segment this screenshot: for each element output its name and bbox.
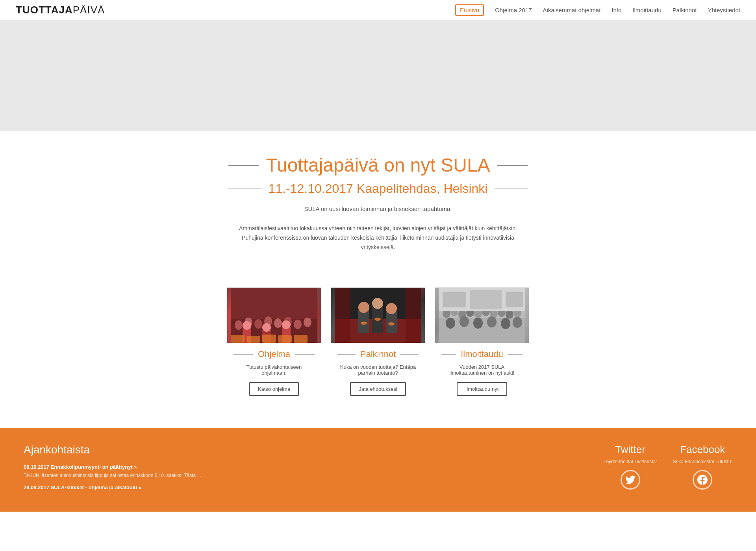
footer-news-item-1: 09.10.2017 Ennakkolipunmyynti on päättyn… [24, 464, 580, 479]
card-ilmoittaudu-title: Ilmoittaudu [461, 349, 503, 359]
nav-etusivu[interactable]: Etusivu [455, 4, 484, 16]
subtitle-line-right [495, 189, 528, 189]
svg-point-15 [282, 320, 291, 329]
footer-facebook: Facebook Seka Facebookista! Tutustu: [673, 444, 732, 496]
card-ilmoittaudu-image [435, 288, 529, 343]
card-palkinnot-button[interactable]: Jata ehdotuksesi [350, 382, 406, 396]
svg-point-9 [304, 318, 311, 327]
svg-rect-23 [335, 288, 350, 343]
card-ilmoittaudu: Ilmoittaudu Vuoden 2017 SULA ilmoittautu… [435, 287, 529, 404]
logo[interactable]: TUOTTAJAPÄIVÄ [16, 4, 105, 16]
card-palkinnot-title-block: Palkinnot [331, 349, 425, 359]
card-ohjelma-image [227, 288, 321, 343]
main-content: Tuottajapäivä on nyt SULA 11.-12.10.2017… [220, 131, 536, 287]
svg-point-33 [388, 322, 395, 325]
card-palkinnot-desc: Kuka on vuoden tuottaja? Entäpä parhain … [331, 364, 425, 376]
card-line-left [233, 354, 253, 355]
svg-rect-19 [278, 335, 292, 343]
main-title-block: Tuottajapäivä on nyt SULA [228, 154, 528, 176]
footer-twitter: Twitter Löydät meidät Twitteristä: [604, 444, 657, 496]
logo-bold: TUOTTAJA [16, 4, 73, 16]
card-line-left [441, 354, 456, 355]
facebook-desc: Seka Facebookista! Tutustu: [673, 459, 732, 464]
svg-rect-17 [246, 336, 260, 343]
main-title: Tuottajapäivä on nyt SULA [266, 154, 490, 176]
facebook-title: Facebook [673, 444, 732, 456]
subtitle-block: 11.-12.10.2017 Kaapelitehdas, Helsinki [228, 181, 528, 196]
footer-news-item-2: 29.09.2017 SULA-klinikat - ohjelma ja ai… [24, 484, 580, 490]
twitter-icon[interactable] [621, 470, 640, 490]
nav-ilmoittaudu[interactable]: Ilmoittaudu [632, 7, 661, 13]
card-ohjelma-title-block: Ohjelma [227, 349, 321, 359]
svg-point-31 [361, 322, 367, 325]
svg-point-6 [274, 318, 282, 328]
svg-point-48 [460, 316, 469, 327]
card-palkinnot-image [331, 288, 425, 343]
svg-point-11 [243, 321, 251, 330]
svg-rect-56 [506, 292, 523, 307]
nav-aikaisemmat[interactable]: Aikaisemmat ohjelmat [543, 7, 601, 13]
footer-news-link-1[interactable]: 09.10.2017 Ennakkolipunmyynti on päättyn… [24, 464, 580, 470]
site-header: TUOTTAJAPÄIVÄ Etusivu Ohjelma 2017 Aikai… [0, 0, 756, 20]
facebook-icon[interactable] [693, 470, 712, 490]
card-palkinnot: Palkinnot Kuka on vuoden tuottaja? Entäp… [331, 287, 425, 404]
svg-point-49 [473, 318, 483, 329]
description: Ammattilaisfestivaali tuo lokakuussa yht… [228, 224, 528, 252]
svg-point-28 [372, 298, 383, 309]
hero-banner [0, 20, 756, 131]
card-ohjelma: Ohjelma Tutustu päiväkohtaiseen ohjelmaa… [227, 287, 321, 404]
card-ilmoittaudu-title-block: Ilmoittaudu [435, 349, 529, 359]
site-footer: Ajankohtaista 09.10.2017 Ennakkolipunmyy… [0, 428, 756, 512]
title-line-left [228, 165, 259, 166]
svg-point-47 [446, 318, 455, 329]
svg-point-50 [487, 316, 497, 327]
card-line-right [508, 354, 523, 355]
twitter-title: Twitter [604, 444, 657, 456]
svg-rect-55 [470, 290, 502, 309]
nav-ohjelma[interactable]: Ohjelma 2017 [495, 7, 532, 13]
svg-rect-18 [262, 335, 276, 343]
svg-point-51 [501, 318, 510, 329]
tagline: SULA on uusi luovan toiminnan ja bisneks… [228, 205, 528, 212]
svg-rect-24 [406, 288, 421, 343]
svg-point-32 [374, 318, 381, 321]
footer-social-section: Twitter Löydät meidät Twitteristä: Faceb… [604, 444, 732, 496]
title-line-right [497, 165, 528, 166]
footer-news-section: Ajankohtaista 09.10.2017 Ennakkolipunmyy… [24, 444, 580, 496]
logo-thin: PÄIVÄ [73, 4, 105, 16]
main-nav: Etusivu Ohjelma 2017 Aikaisemmat ohjelma… [455, 4, 740, 16]
card-ilmoittaudu-desc: Vuoden 2017 SULA ilmoittautuminen on nyt… [435, 364, 529, 376]
card-palkinnot-title: Palkinnot [360, 349, 396, 359]
twitter-desc: Löydät meidät Twitteristä: [604, 459, 657, 464]
svg-point-30 [386, 303, 397, 314]
svg-point-52 [513, 317, 522, 328]
card-ohjelma-title: Ohjelma [258, 349, 290, 359]
svg-rect-20 [294, 335, 308, 343]
card-ohjelma-button[interactable]: Katso ohjelma [249, 382, 299, 396]
footer-news-title: Ajankohtaista [24, 444, 580, 456]
nav-info[interactable]: Info [611, 7, 621, 13]
subtitle: 11.-12.10.2017 Kaapelitehdas, Helsinki [269, 181, 488, 196]
card-ilmoittaudu-button[interactable]: Ilmoittaudu nyt [457, 382, 508, 396]
card-line-right [400, 354, 419, 355]
svg-point-26 [358, 302, 369, 313]
subtitle-line-left [228, 189, 261, 189]
svg-point-4 [254, 319, 262, 329]
footer-news-link-2[interactable]: 29.09.2017 SULA-klinikat - ohjelma ja ai… [24, 484, 580, 490]
card-line-left [337, 354, 356, 355]
card-line-right [295, 354, 315, 355]
nav-yhteystiedot[interactable]: Yhteystiedot [708, 7, 740, 13]
nav-palkinnot[interactable]: Palkinnot [673, 7, 697, 13]
card-ohjelma-desc: Tutustu päiväkohtaiseen ohjelmaan. [227, 364, 321, 376]
svg-rect-54 [443, 292, 466, 307]
svg-rect-16 [231, 335, 245, 343]
footer-news-desc-1: TAKUN jäsenten alennushintaisia lippuja … [24, 473, 201, 478]
svg-point-8 [294, 320, 302, 329]
svg-point-13 [262, 323, 271, 332]
cards-section: Ohjelma Tutustu päiväkohtaiseen ohjelmaa… [171, 287, 585, 428]
svg-point-2 [235, 320, 243, 330]
